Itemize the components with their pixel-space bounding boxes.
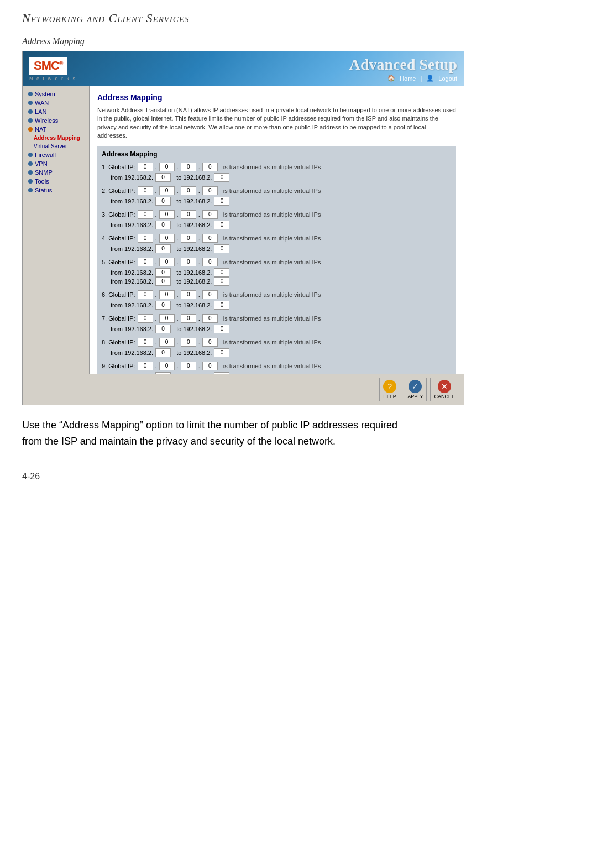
sidebar-item-wan[interactable]: WAN [23,98,89,107]
sidebar-item-lan[interactable]: LAN [23,107,89,116]
to-ip-5b[interactable] [214,277,229,286]
to-ip-1[interactable] [214,173,229,182]
to-ip-6[interactable] [214,301,229,310]
sidebar-item-virtual-server[interactable]: Virtual Server [23,142,89,150]
global-ip-5-d[interactable] [202,258,218,266]
global-ip-8-d[interactable] [202,338,218,347]
smc-networks: N e t w o r k s [29,76,76,81]
table-title: Address Mapping [102,150,452,158]
header-right: Advanced Setup 🏠 Home | 👤 Logout [349,56,457,82]
router-body: System WAN LAN Wireless NAT Address Mapp… [23,86,464,374]
from-ip-1[interactable] [155,173,171,182]
page-title: Networking and Client Services [22,11,575,25]
global-ip-7-c[interactable] [181,314,196,323]
sidebar-item-vpn[interactable]: VPN [23,159,89,168]
from-ip-5b[interactable] [155,277,171,286]
global-ip-7-d[interactable] [202,314,218,323]
to-ip-2[interactable] [214,197,229,206]
from-ip-6[interactable] [155,301,171,310]
sidebar-dot [28,127,33,132]
router-ui: SMC® N e t w o r k s Advanced Setup 🏠 Ho… [22,51,464,405]
global-ip-2-a[interactable] [138,186,153,195]
global-ip-8-c[interactable] [181,338,196,347]
to-ip-4[interactable] [214,244,229,253]
smc-logo: SMC® [29,57,67,75]
global-ip-1-d[interactable] [202,163,218,171]
global-ip-9-d[interactable] [202,362,218,370]
home-icon: 🏠 [387,75,395,82]
from-ip-4[interactable] [155,244,171,253]
to-ip-5a[interactable] [214,268,229,277]
from-ip-7[interactable] [155,325,171,333]
sidebar-item-snmp[interactable]: SNMP [23,168,89,177]
global-ip-7-b[interactable] [159,314,175,323]
cancel-icon: ✕ [438,380,451,393]
table-row: 4. Global IP: . . . is transformed as mu… [102,234,452,253]
global-ip-1-b[interactable] [159,163,175,171]
global-ip-9-a[interactable] [138,362,153,370]
global-ip-9-b[interactable] [159,362,175,370]
sidebar-item-tools[interactable]: Tools [23,177,89,186]
logout-link[interactable]: Logout [438,75,457,82]
sidebar-item-firewall[interactable]: Firewall [23,150,89,159]
sidebar-item-status[interactable]: Status [23,186,89,195]
global-ip-4-c[interactable] [181,234,196,243]
to-ip-9[interactable] [214,372,229,374]
global-ip-5-c[interactable] [181,258,196,266]
help-button[interactable]: ? HELP [379,378,400,401]
from-ip-3[interactable] [155,221,171,229]
sidebar-item-nat[interactable]: NAT [23,125,89,134]
table-row: 1. Global IP: . . . is transformed as mu… [102,163,452,182]
global-ip-3-d[interactable] [202,210,218,219]
global-ip-7-a[interactable] [138,314,153,323]
global-ip-2-d[interactable] [202,186,218,195]
table-row: 9. Global IP: . . . is transformed as mu… [102,362,452,374]
global-ip-2-c[interactable] [181,186,196,195]
home-link[interactable]: Home [400,75,416,82]
global-ip-4-a[interactable] [138,234,153,243]
from-ip-5a[interactable] [155,268,171,277]
sidebar-dot [28,101,33,105]
global-ip-9-c[interactable] [181,362,196,370]
address-mapping-table: Address Mapping 1. Global IP: . . . is t… [97,146,456,374]
cancel-button[interactable]: ✕ CANCEL [430,378,458,401]
to-ip-8[interactable] [214,348,229,357]
global-ip-1-c[interactable] [181,163,196,171]
global-ip-5-b[interactable] [159,258,175,266]
header-nav: 🏠 Home | 👤 Logout [349,75,457,82]
sidebar-dot [28,188,33,192]
global-ip-4-b[interactable] [159,234,175,243]
sidebar-dot [28,153,33,157]
to-ip-3[interactable] [214,221,229,229]
bottom-bar: ? HELP ✓ APPLY ✕ CANCEL [23,374,464,405]
global-ip-5-a[interactable] [138,258,153,266]
global-ip-4-d[interactable] [202,234,218,243]
global-ip-8-a[interactable] [138,338,153,347]
from-ip-2[interactable] [155,197,171,206]
sidebar-item-address-mapping[interactable]: Address Mapping [23,134,89,142]
table-row: 6. Global IP: . . . is transformed as mu… [102,290,452,310]
global-ip-2-b[interactable] [159,186,175,195]
main-content: Address Mapping Network Address Translat… [89,86,464,374]
sidebar-dot [28,170,33,175]
from-ip-8[interactable] [155,348,171,357]
global-ip-3-a[interactable] [138,210,153,219]
global-ip-6-a[interactable] [138,290,153,299]
global-ip-3-b[interactable] [159,210,175,219]
global-ip-3-c[interactable] [181,210,196,219]
from-ip-9[interactable] [155,372,171,374]
sidebar-item-wireless[interactable]: Wireless [23,116,89,125]
global-ip-6-d[interactable] [202,290,218,299]
global-ip-1-a[interactable] [138,163,153,171]
to-ip-7[interactable] [214,325,229,333]
global-ip-6-c[interactable] [181,290,196,299]
sidebar-dot [28,109,33,114]
router-header: SMC® N e t w o r k s Advanced Setup 🏠 Ho… [23,51,464,86]
global-ip-8-b[interactable] [159,338,175,347]
content-title: Address Mapping [97,93,456,102]
global-ip-6-b[interactable] [159,290,175,299]
sidebar: System WAN LAN Wireless NAT Address Mapp… [23,86,89,374]
apply-button[interactable]: ✓ APPLY [404,378,427,401]
sidebar-item-system[interactable]: System [23,90,89,98]
table-row: 8. Global IP: . . . is transformed as mu… [102,338,452,357]
